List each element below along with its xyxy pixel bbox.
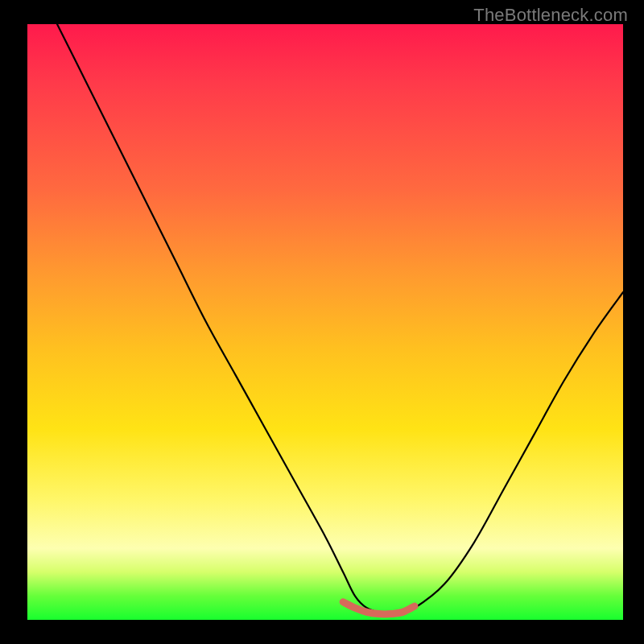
watermark-text: TheBottleneck.com	[473, 5, 628, 26]
plot-area	[27, 24, 623, 620]
bottleneck-curve-path	[57, 24, 623, 615]
bottom-marker-path	[343, 602, 415, 614]
curve-svg	[27, 24, 623, 620]
chart-frame: TheBottleneck.com	[0, 0, 644, 644]
